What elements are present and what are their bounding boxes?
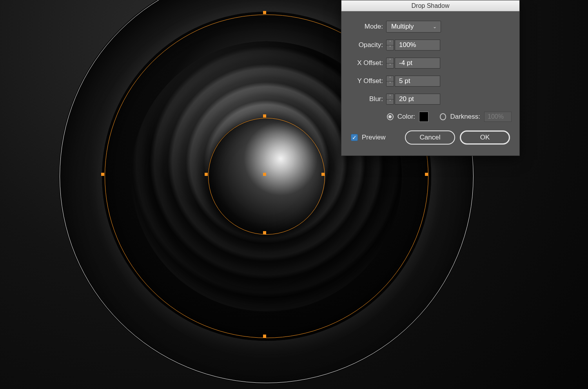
stepper-up-icon[interactable]: ˄ [387, 94, 394, 100]
color-swatch[interactable] [419, 112, 428, 122]
stepper-up-icon[interactable]: ˄ [387, 58, 394, 63]
mode-label: Mode: [349, 23, 386, 31]
blur-input[interactable]: 20 pt [395, 94, 440, 105]
yoffset-label: Y Offset: [349, 77, 386, 85]
stepper-up-icon[interactable]: ˄ [387, 76, 394, 81]
blur-stepper[interactable]: ˄˅ [386, 94, 394, 105]
yoffset-input[interactable]: 5 pt [395, 76, 440, 87]
xoffset-label: X Offset: [349, 59, 386, 67]
opacity-label: Opacity: [349, 41, 386, 49]
blur-label: Blur: [349, 95, 386, 103]
stepper-down-icon[interactable]: ˅ [387, 100, 394, 105]
xoffset-input[interactable]: -4 pt [395, 58, 440, 69]
dialog-title: Drop Shadow [412, 2, 450, 9]
stepper-down-icon[interactable]: ˅ [387, 81, 394, 87]
dialog-titlebar[interactable]: Drop Shadow [341, 0, 519, 11]
opacity-stepper[interactable]: ˄˅ [386, 40, 394, 51]
preview-label: Preview [362, 134, 385, 141]
opacity-input[interactable]: 100% [395, 40, 440, 51]
chevron-down-icon: ⌄ [433, 24, 437, 29]
darkness-input: 100% [484, 112, 512, 122]
color-label: Color: [397, 113, 415, 121]
preview-checkbox[interactable]: ✓ [351, 134, 358, 141]
darkness-label: Darkness: [450, 113, 480, 121]
color-radio[interactable] [387, 113, 394, 120]
darkness-radio[interactable] [440, 113, 446, 120]
drop-shadow-dialog: Drop Shadow Mode: Multiply ⌄ Opacity: ˄˅… [341, 0, 520, 156]
ok-button[interactable]: OK [460, 130, 510, 145]
speaker-dustcap [208, 118, 325, 235]
mode-select[interactable]: Multiply ⌄ [386, 21, 441, 33]
yoffset-stepper[interactable]: ˄˅ [386, 76, 394, 87]
speaker-illustration [265, 174, 269, 178]
stepper-down-icon[interactable]: ˅ [387, 63, 394, 69]
cancel-button[interactable]: Cancel [405, 130, 455, 145]
stepper-up-icon[interactable]: ˄ [387, 40, 394, 45]
stepper-down-icon[interactable]: ˅ [387, 45, 394, 51]
xoffset-stepper[interactable]: ˄˅ [386, 58, 394, 69]
mode-value: Multiply [391, 23, 414, 31]
